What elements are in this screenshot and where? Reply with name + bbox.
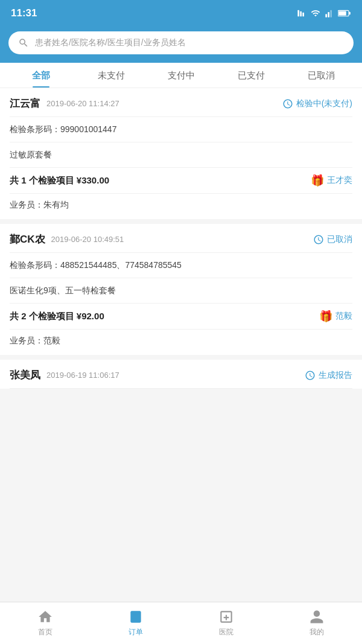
status-label: 检验中(未支付) xyxy=(296,98,352,109)
search-bar: 患者姓名/医院名称/医生项目/业务员姓名 xyxy=(0,27,362,63)
order-price-row: 共 2 个检验项目 ¥92.00 🎁 范毅 xyxy=(10,304,352,330)
order-header: 张美凤 2019-06-19 11:06:17 生成报告 xyxy=(10,360,352,389)
svg-rect-2 xyxy=(302,13,304,17)
svg-rect-0 xyxy=(297,10,299,17)
svg-rect-4 xyxy=(328,12,329,18)
bottom-nav: 首页 订单 医院 我的 xyxy=(0,602,362,644)
svg-rect-3 xyxy=(325,14,327,17)
tab-all[interactable]: 全部 xyxy=(6,63,76,88)
gift-icon: 🎁 xyxy=(319,310,332,323)
doctor-name: 王才奕 xyxy=(327,175,352,186)
tab-paid[interactable]: 已支付 xyxy=(216,63,286,88)
home-icon xyxy=(37,609,53,625)
status-label: 生成报告 xyxy=(319,370,352,381)
nav-profile-label: 我的 xyxy=(310,627,324,637)
doctor-name: 范毅 xyxy=(335,311,352,322)
patient-name: 鄞CK农 xyxy=(10,232,45,246)
battery-icon xyxy=(338,9,351,18)
order-agent: 业务员：朱有均 xyxy=(10,194,352,219)
svg-rect-10 xyxy=(133,614,139,615)
nav-profile[interactable]: 我的 xyxy=(272,602,362,644)
patient-name: 江云富 xyxy=(10,97,40,110)
svg-rect-11 xyxy=(133,616,139,617)
order-package: 过敏原套餐 xyxy=(10,142,352,168)
nav-orders[interactable]: 订单 xyxy=(91,602,181,644)
order-barcode: 检验条形码：999001001447 xyxy=(10,117,352,142)
order-time: 2019-06-19 11:06:17 xyxy=(46,371,119,380)
order-list: 江云富 2019-06-20 11:14:27 检验中(未支付) 检验条形码：9… xyxy=(0,88,362,441)
tab-cancelled[interactable]: 已取消 xyxy=(286,63,356,88)
price-text: 共 2 个检验项目 ¥92.00 xyxy=(10,311,104,322)
order-header: 江云富 2019-06-20 11:14:27 检验中(未支付) xyxy=(10,88,352,117)
nav-home-label: 首页 xyxy=(38,627,52,637)
order-status: 生成报告 xyxy=(305,370,352,381)
order-agent: 业务员：范毅 xyxy=(10,330,352,355)
status-bar: 11:31 xyxy=(0,0,362,27)
order-card: 鄞CK农 2019-06-20 10:49:51 已取消 检验条形码：48852… xyxy=(0,224,362,355)
patient-name: 张美凤 xyxy=(10,368,40,382)
sim-icon xyxy=(297,8,306,18)
status-icons xyxy=(297,8,351,18)
status-label: 已取消 xyxy=(327,234,352,245)
order-time: 2019-06-20 10:49:51 xyxy=(51,235,124,244)
order-header-left: 鄞CK农 2019-06-20 10:49:51 xyxy=(10,232,124,246)
price-text: 共 1 个检验项目 ¥330.00 xyxy=(10,175,109,187)
svg-rect-7 xyxy=(338,11,346,15)
tab-unpaid[interactable]: 未支付 xyxy=(76,63,146,88)
order-header: 鄞CK农 2019-06-20 10:49:51 已取消 xyxy=(10,224,352,253)
svg-rect-12 xyxy=(133,618,137,619)
order-status: 已取消 xyxy=(313,234,352,245)
search-input-wrap[interactable]: 患者姓名/医院名称/医生项目/业务员姓名 xyxy=(8,31,354,54)
doctor-tag: 🎁 范毅 xyxy=(319,310,352,323)
svg-rect-8 xyxy=(349,12,350,15)
nav-hospital[interactable]: 医院 xyxy=(181,602,272,644)
svg-rect-5 xyxy=(330,10,332,18)
order-status: 检验中(未支付) xyxy=(282,98,352,109)
order-header-left: 张美凤 2019-06-19 11:06:17 xyxy=(10,368,119,382)
svg-rect-1 xyxy=(300,11,302,17)
hospital-icon xyxy=(218,609,234,625)
tab-paying[interactable]: 支付中 xyxy=(146,63,216,88)
nav-hospital-label: 医院 xyxy=(219,627,233,637)
tabs: 全部 未支付 支付中 已支付 已取消 xyxy=(0,63,362,88)
gift-icon: 🎁 xyxy=(311,174,324,187)
status-time: 11:31 xyxy=(11,7,37,19)
order-card: 张美凤 2019-06-19 11:06:17 生成报告 xyxy=(0,360,362,389)
order-barcode: 检验条形码：488521544485、774584785545 xyxy=(10,253,352,278)
nav-home[interactable]: 首页 xyxy=(0,602,91,644)
signal-icon xyxy=(325,8,334,18)
profile-icon xyxy=(309,609,325,625)
clock-icon xyxy=(305,370,316,381)
order-price-row: 共 1 个检验项目 ¥330.00 🎁 王才奕 xyxy=(10,168,352,194)
nav-orders-label: 订单 xyxy=(129,627,143,637)
clock-icon xyxy=(282,98,293,109)
order-card: 江云富 2019-06-20 11:14:27 检验中(未支付) 检验条形码：9… xyxy=(0,88,362,219)
search-icon xyxy=(18,37,29,48)
search-placeholder: 患者姓名/医院名称/医生项目/业务员姓名 xyxy=(35,37,186,48)
doctor-tag: 🎁 王才奕 xyxy=(311,174,352,187)
order-header-left: 江云富 2019-06-20 11:14:27 xyxy=(10,97,119,110)
clock-icon xyxy=(313,234,324,245)
order-time: 2019-06-20 11:14:27 xyxy=(46,99,119,108)
wifi-icon xyxy=(310,8,321,18)
order-package: 医诺生化9项、五一特检套餐 xyxy=(10,278,352,304)
order-icon xyxy=(128,609,144,625)
